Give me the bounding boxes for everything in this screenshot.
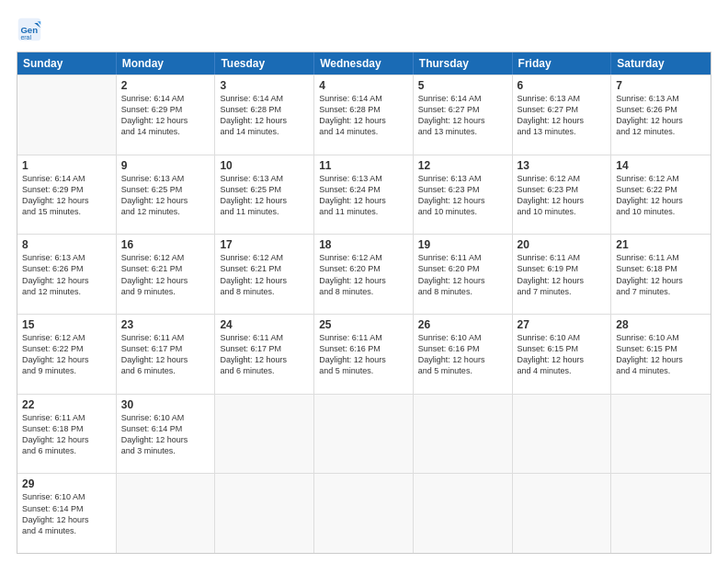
day-number: 17 — [220, 238, 309, 251]
day-info: Sunrise: 6:11 AM Sunset: 6:20 PM Dayligh… — [418, 252, 507, 297]
day-info: Sunrise: 6:11 AM Sunset: 6:17 PM Dayligh… — [121, 332, 210, 377]
weekday-header-tuesday: Tuesday — [215, 52, 314, 75]
day-cell-empty — [117, 474, 216, 553]
day-number: 11 — [319, 159, 408, 172]
day-number: 18 — [319, 238, 408, 251]
calendar-row-4: 22Sunrise: 6:11 AM Sunset: 6:18 PM Dayli… — [17, 394, 711, 474]
day-cell-17: 17Sunrise: 6:12 AM Sunset: 6:21 PM Dayli… — [215, 235, 314, 314]
day-cell-13: 13Sunrise: 6:12 AM Sunset: 6:23 PM Dayli… — [513, 155, 612, 235]
day-info: Sunrise: 6:12 AM Sunset: 6:22 PM Dayligh… — [616, 173, 706, 218]
day-number: 3 — [220, 79, 309, 92]
day-number: 26 — [418, 318, 507, 331]
day-info: Sunrise: 6:11 AM Sunset: 6:17 PM Dayligh… — [220, 332, 309, 377]
day-number: 14 — [616, 159, 706, 172]
logo: Gen eral — [17, 17, 46, 42]
day-number: 12 — [418, 159, 507, 172]
day-info: Sunrise: 6:10 AM Sunset: 6:14 PM Dayligh… — [22, 491, 111, 536]
day-info: Sunrise: 6:14 AM Sunset: 6:28 PM Dayligh… — [220, 93, 309, 138]
weekday-header-friday: Friday — [513, 52, 612, 75]
day-info: Sunrise: 6:12 AM Sunset: 6:22 PM Dayligh… — [22, 332, 111, 377]
day-cell-empty — [414, 474, 513, 553]
day-cell-empty — [314, 395, 414, 474]
day-cell-8: 8Sunrise: 6:13 AM Sunset: 6:26 PM Daylig… — [17, 235, 117, 314]
day-cell-22: 22Sunrise: 6:11 AM Sunset: 6:18 PM Dayli… — [17, 395, 117, 474]
day-number: 27 — [518, 318, 607, 331]
day-info: Sunrise: 6:11 AM Sunset: 6:16 PM Dayligh… — [319, 332, 408, 377]
day-cell-6: 6Sunrise: 6:13 AM Sunset: 6:27 PM Daylig… — [513, 75, 612, 155]
day-cell-16: 16Sunrise: 6:12 AM Sunset: 6:21 PM Dayli… — [117, 235, 216, 314]
day-info: Sunrise: 6:13 AM Sunset: 6:23 PM Dayligh… — [418, 173, 507, 218]
day-info: Sunrise: 6:10 AM Sunset: 6:14 PM Dayligh… — [121, 412, 210, 457]
day-cell-5: 5Sunrise: 6:14 AM Sunset: 6:27 PM Daylig… — [414, 75, 513, 155]
day-info: Sunrise: 6:13 AM Sunset: 6:25 PM Dayligh… — [121, 173, 210, 218]
day-number: 28 — [616, 318, 706, 331]
day-cell-19: 19Sunrise: 6:11 AM Sunset: 6:20 PM Dayli… — [414, 235, 513, 314]
day-cell-empty — [314, 474, 414, 553]
day-cell-23: 23Sunrise: 6:11 AM Sunset: 6:17 PM Dayli… — [117, 315, 216, 394]
day-cell-empty — [611, 474, 711, 553]
day-cell-28: 28Sunrise: 6:10 AM Sunset: 6:15 PM Dayli… — [611, 315, 711, 394]
calendar-row-1: 1Sunrise: 6:14 AM Sunset: 6:29 PM Daylig… — [17, 155, 711, 235]
day-cell-empty — [215, 395, 314, 474]
weekday-header-wednesday: Wednesday — [314, 52, 414, 75]
day-cell-7: 7Sunrise: 6:13 AM Sunset: 6:26 PM Daylig… — [611, 75, 711, 155]
day-info: Sunrise: 6:11 AM Sunset: 6:18 PM Dayligh… — [616, 252, 706, 297]
day-cell-3: 3Sunrise: 6:14 AM Sunset: 6:28 PM Daylig… — [215, 75, 314, 155]
logo-icon: Gen eral — [17, 17, 42, 42]
day-number: 1 — [22, 159, 111, 172]
svg-text:eral: eral — [20, 34, 31, 40]
day-info: Sunrise: 6:13 AM Sunset: 6:27 PM Dayligh… — [518, 93, 607, 138]
day-info: Sunrise: 6:12 AM Sunset: 6:21 PM Dayligh… — [121, 252, 210, 297]
day-info: Sunrise: 6:10 AM Sunset: 6:15 PM Dayligh… — [518, 332, 607, 377]
calendar-body: 2Sunrise: 6:14 AM Sunset: 6:29 PM Daylig… — [17, 75, 711, 553]
day-cell-20: 20Sunrise: 6:11 AM Sunset: 6:19 PM Dayli… — [513, 235, 612, 314]
day-number: 4 — [319, 79, 408, 92]
day-number: 21 — [616, 238, 706, 251]
day-cell-29: 29Sunrise: 6:10 AM Sunset: 6:14 PM Dayli… — [17, 474, 117, 553]
day-cell-18: 18Sunrise: 6:12 AM Sunset: 6:20 PM Dayli… — [314, 235, 414, 314]
weekday-header-thursday: Thursday — [414, 52, 513, 75]
day-number: 23 — [121, 318, 210, 331]
day-number: 8 — [22, 238, 111, 251]
page: Gen eral SundayMondayTuesdayWednesdayThu… — [0, 0, 728, 563]
day-number: 10 — [220, 159, 309, 172]
day-cell-empty — [513, 395, 612, 474]
day-info: Sunrise: 6:13 AM Sunset: 6:24 PM Dayligh… — [319, 173, 408, 218]
calendar: SundayMondayTuesdayWednesdayThursdayFrid… — [17, 52, 711, 554]
day-number: 7 — [616, 79, 706, 92]
day-cell-9: 9Sunrise: 6:13 AM Sunset: 6:25 PM Daylig… — [117, 155, 216, 235]
day-cell-4: 4Sunrise: 6:14 AM Sunset: 6:28 PM Daylig… — [314, 75, 414, 155]
calendar-row-2: 8Sunrise: 6:13 AM Sunset: 6:26 PM Daylig… — [17, 234, 711, 314]
day-cell-empty — [215, 474, 314, 553]
day-number: 5 — [418, 79, 507, 92]
day-cell-27: 27Sunrise: 6:10 AM Sunset: 6:15 PM Dayli… — [513, 315, 612, 394]
day-info: Sunrise: 6:11 AM Sunset: 6:18 PM Dayligh… — [22, 412, 111, 457]
day-cell-empty — [513, 474, 612, 553]
weekday-header-monday: Monday — [117, 52, 216, 75]
day-info: Sunrise: 6:11 AM Sunset: 6:19 PM Dayligh… — [518, 252, 607, 297]
day-number: 29 — [22, 477, 111, 490]
day-info: Sunrise: 6:14 AM Sunset: 6:28 PM Dayligh… — [319, 93, 408, 138]
day-number: 2 — [121, 79, 210, 92]
day-info: Sunrise: 6:14 AM Sunset: 6:29 PM Dayligh… — [22, 173, 111, 218]
day-info: Sunrise: 6:14 AM Sunset: 6:29 PM Dayligh… — [121, 93, 210, 138]
day-info: Sunrise: 6:10 AM Sunset: 6:15 PM Dayligh… — [616, 332, 706, 377]
day-cell-12: 12Sunrise: 6:13 AM Sunset: 6:23 PM Dayli… — [414, 155, 513, 235]
day-info: Sunrise: 6:12 AM Sunset: 6:20 PM Dayligh… — [319, 252, 408, 297]
calendar-header: SundayMondayTuesdayWednesdayThursdayFrid… — [17, 52, 711, 75]
day-number: 20 — [518, 238, 607, 251]
weekday-header-sunday: Sunday — [17, 52, 117, 75]
day-cell-21: 21Sunrise: 6:11 AM Sunset: 6:18 PM Dayli… — [611, 235, 711, 314]
day-cell-15: 15Sunrise: 6:12 AM Sunset: 6:22 PM Dayli… — [17, 315, 117, 394]
weekday-header-saturday: Saturday — [611, 52, 711, 75]
day-info: Sunrise: 6:12 AM Sunset: 6:23 PM Dayligh… — [518, 173, 607, 218]
day-cell-24: 24Sunrise: 6:11 AM Sunset: 6:17 PM Dayli… — [215, 315, 314, 394]
day-number: 25 — [319, 318, 408, 331]
day-cell-10: 10Sunrise: 6:13 AM Sunset: 6:25 PM Dayli… — [215, 155, 314, 235]
calendar-row-5: 29Sunrise: 6:10 AM Sunset: 6:14 PM Dayli… — [17, 473, 711, 553]
header: Gen eral — [17, 17, 711, 42]
calendar-row-3: 15Sunrise: 6:12 AM Sunset: 6:22 PM Dayli… — [17, 314, 711, 394]
day-number: 19 — [418, 238, 507, 251]
day-number: 16 — [121, 238, 210, 251]
day-number: 15 — [22, 318, 111, 331]
